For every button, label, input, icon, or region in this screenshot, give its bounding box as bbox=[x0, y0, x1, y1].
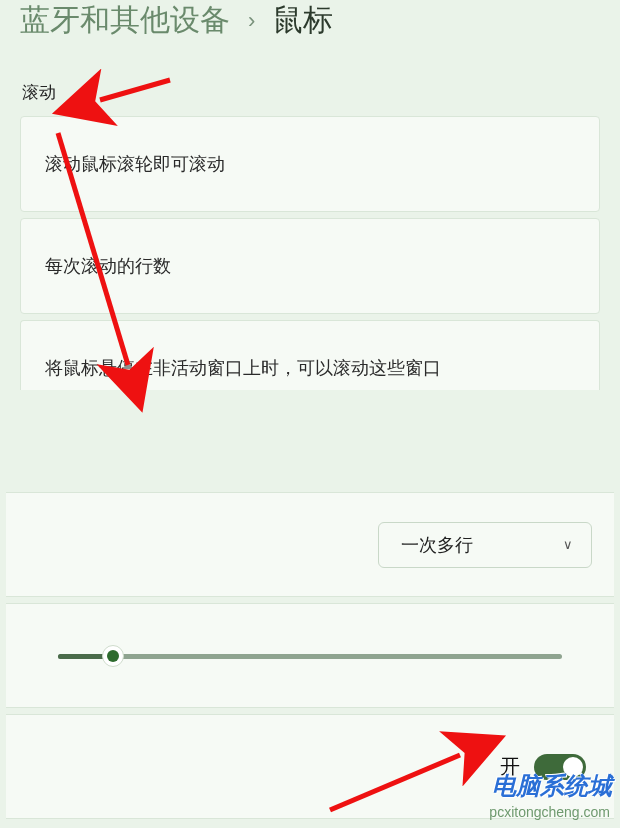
breadcrumb-current: 鼠标 bbox=[273, 0, 333, 41]
setting-label: 每次滚动的行数 bbox=[45, 256, 171, 276]
setting-label: 将鼠标悬停在非活动窗口上时，可以滚动这些窗口 bbox=[45, 358, 441, 378]
setting-row-toggle: 开 bbox=[6, 714, 614, 819]
breadcrumb: 蓝牙和其他设备 › 鼠标 bbox=[20, 0, 600, 51]
setting-row-lines-per-scroll[interactable]: 每次滚动的行数 bbox=[20, 218, 600, 314]
setting-label: 滚动鼠标滚轮即可滚动 bbox=[45, 154, 225, 174]
scroll-mode-dropdown[interactable]: 一次多行 ∨ bbox=[378, 522, 592, 568]
hover-scroll-toggle[interactable] bbox=[534, 754, 586, 780]
setting-row-dropdown: 一次多行 ∨ bbox=[6, 492, 614, 597]
chevron-right-icon: › bbox=[248, 8, 255, 34]
dropdown-value: 一次多行 bbox=[401, 533, 473, 557]
chevron-down-icon: ∨ bbox=[563, 537, 573, 552]
toggle-label: 开 bbox=[500, 753, 520, 780]
setting-row-hover-inactive[interactable]: 将鼠标悬停在非活动窗口上时，可以滚动这些窗口 bbox=[20, 320, 600, 390]
section-label-scroll: 滚动 bbox=[22, 81, 600, 104]
slider-track bbox=[58, 654, 562, 659]
lines-slider[interactable] bbox=[58, 646, 562, 666]
breadcrumb-parent[interactable]: 蓝牙和其他设备 bbox=[20, 0, 230, 41]
toggle-knob bbox=[563, 757, 583, 777]
setting-row-scroll-wheel[interactable]: 滚动鼠标滚轮即可滚动 bbox=[20, 116, 600, 212]
slider-thumb[interactable] bbox=[102, 645, 124, 667]
setting-row-slider bbox=[6, 603, 614, 708]
